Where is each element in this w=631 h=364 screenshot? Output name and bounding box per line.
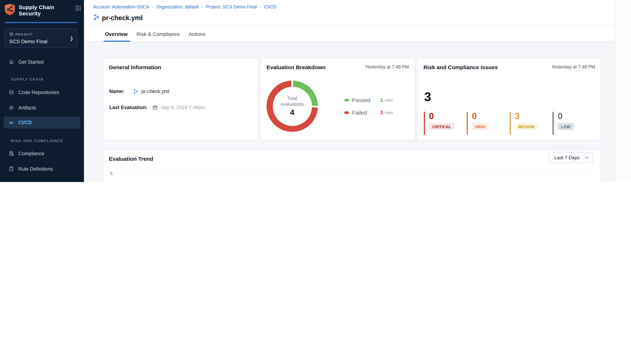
- donut-center-label: evaluations: [281, 102, 304, 107]
- date-range-select[interactable]: Last 7 Days: [549, 152, 593, 163]
- sidebar-item-rule-definitions[interactable]: Rule Definitions: [0, 164, 84, 174]
- high-count: 0: [472, 112, 489, 120]
- severity-breakdown: 0 CRITICAL 0 HIGH 3 MEDIUM 0 LOW: [424, 112, 597, 135]
- total-issues-count: 3: [424, 90, 431, 104]
- gridline: [117, 174, 594, 174]
- risk-compliance-issues-card: Risk and Compliance Issues Yesterday at …: [417, 58, 601, 140]
- severity-low: 0 LOW: [553, 112, 574, 135]
- project-selector-label: PROJECT: [16, 32, 33, 36]
- sidebar-section-risk-and-compliance: RISK AND COMPLIANCE: [11, 139, 63, 143]
- passed-legend-swatch: [344, 99, 349, 101]
- medium-badge: MEDIUM: [515, 123, 538, 130]
- page-title: pr-check.yml: [102, 14, 143, 22]
- breadcrumb-separator: ›: [260, 5, 261, 9]
- sidebar-item-label: Get Started: [18, 59, 44, 65]
- sidebar-item-label: Compliance: [18, 151, 45, 156]
- card-timestamp: Yesterday at 7:48 PM: [365, 64, 409, 70]
- high-badge: HIGH: [472, 123, 489, 130]
- last-evaluation-row: Last Evaluation: Sep 9, 2024 7:48pm: [109, 105, 205, 110]
- sidebar-item-cicd[interactable]: ∞ CI/CD: [4, 116, 80, 128]
- passed-rules-count: 1: [380, 97, 383, 103]
- infinity-cicd-icon: ∞: [9, 120, 14, 126]
- sidebar-item-label: Remediation Tracker: [18, 182, 64, 182]
- tab-actions[interactable]: Actions: [189, 26, 205, 42]
- project-selector-name: SCS Demo Final: [9, 38, 73, 44]
- sidebar-item-artifacts[interactable]: Artifacts: [0, 103, 84, 112]
- chevron-right-icon: ❯: [70, 36, 73, 41]
- donut-center-label: Total: [287, 96, 297, 102]
- sidebar-item-get-started[interactable]: Get Started: [0, 57, 84, 67]
- legend-row-failed: Failed 3 rules: [344, 109, 393, 116]
- compliance-doc-icon: [9, 150, 14, 156]
- name-value: pr-check.yml: [141, 88, 169, 94]
- evaluation-trend-card: Evaluation Trend Last 7 Days 5 0 Sep 03 …: [103, 150, 601, 182]
- artifacts-icon: [9, 105, 14, 110]
- pipeline-file-icon: [93, 14, 100, 22]
- name-row: Name: pr-check.yml: [109, 88, 169, 94]
- card-title: Evaluation Trend: [109, 156, 153, 162]
- home-icon: [9, 59, 14, 65]
- page-header: Account: Automation-SSCA › Organization:…: [84, 0, 614, 26]
- sidebar: Supply Chain Security PROJECT SCS Dem: [0, 0, 84, 182]
- app-window: Supply Chain Security PROJECT SCS Dem: [0, 0, 631, 182]
- sidebar-item-code-repositories[interactable]: Code Repositories: [0, 88, 84, 97]
- trend-line-chart: Sep 03 Sep 04 Sep 04 Sep 05 Sep 05 Sep 0…: [117, 174, 594, 182]
- date-range-value: Last 7 Days: [554, 155, 579, 160]
- sidebar-item-compliance[interactable]: Compliance: [0, 149, 84, 158]
- card-title: Risk and Compliance Issues: [424, 64, 498, 70]
- severity-high: 0 HIGH: [467, 112, 489, 135]
- right-panel-gutter: [614, 0, 631, 182]
- evaluation-breakdown-card: Evaluation Breakdown Yesterday at 7:48 P…: [260, 58, 415, 140]
- breadcrumb-separator: ›: [202, 5, 203, 9]
- tab-bar: Overview Risk & Compliance Actions: [84, 26, 614, 42]
- low-count: 0: [558, 112, 574, 120]
- tab-overview[interactable]: Overview: [105, 26, 128, 42]
- passed-legend-label: Passed: [352, 97, 380, 103]
- code-repository-icon: [9, 89, 14, 95]
- name-label: Name:: [109, 88, 124, 94]
- module-grid-icon[interactable]: [74, 4, 82, 12]
- project-selector[interactable]: PROJECT SCS Demo Final ❯: [5, 28, 77, 48]
- breadcrumb-separator: ›: [152, 5, 153, 9]
- tab-risk-compliance[interactable]: Risk & Compliance: [137, 26, 180, 42]
- breadcrumb-organization[interactable]: Organization: default: [156, 4, 199, 10]
- rules-suffix: rules: [385, 110, 393, 114]
- calendar-icon: [153, 105, 158, 110]
- low-badge: LOW: [558, 123, 574, 130]
- critical-badge: CRITICAL: [429, 123, 455, 130]
- chevron-down-icon: [585, 156, 589, 160]
- donut-center-value: 4: [290, 108, 294, 117]
- critical-count: 0: [429, 112, 455, 120]
- legend-row-passed: Passed 1 rules: [344, 96, 393, 104]
- sidebar-item-label: CI/CD: [18, 120, 32, 125]
- sidebar-item-remediation-tracker[interactable]: Remediation Tracker: [0, 180, 84, 182]
- card-timestamp: Yesterday at 7:48 PM: [551, 64, 595, 70]
- breadcrumb-cicd[interactable]: CI/CD: [264, 4, 276, 10]
- sidebar-accent-divider: [5, 22, 77, 23]
- sidebar-item-label: Artifacts: [18, 105, 36, 110]
- breadcrumb-account[interactable]: Account: Automation-SSCA: [93, 4, 149, 10]
- evaluations-donut-chart: Total evaluations 4: [267, 80, 318, 132]
- card-title: General Information: [109, 64, 161, 70]
- severity-critical: 0 CRITICAL: [424, 112, 455, 135]
- sidebar-section-supply-chain: SUPPLY CHAIN: [11, 77, 44, 81]
- severity-medium: 3 MEDIUM: [510, 112, 538, 135]
- general-information-card: General Information Name: pr-check.yml L…: [103, 58, 258, 140]
- pipeline-file-icon: [133, 89, 138, 94]
- main-content: Account: Automation-SSCA › Organization:…: [84, 0, 614, 182]
- breadcrumb-project[interactable]: Project: SCS Demo Final: [206, 4, 257, 10]
- clipboard-check-icon: [9, 166, 14, 172]
- app-name: Supply Chain Security: [19, 4, 54, 16]
- breadcrumb: Account: Automation-SSCA › Organization:…: [93, 4, 276, 10]
- y-axis-max-label: 5: [104, 172, 113, 176]
- rules-suffix: rules: [385, 98, 393, 102]
- last-evaluation-label: Last Evaluation:: [109, 105, 148, 110]
- sidebar-item-label: Code Repositories: [18, 90, 59, 95]
- app-logo: Supply Chain Security: [5, 3, 80, 17]
- cube-icon: [9, 32, 14, 37]
- failed-legend-label: Failed: [352, 109, 380, 116]
- failed-legend-swatch: [344, 111, 349, 114]
- failed-rules-count: 3: [380, 110, 383, 115]
- card-title: Evaluation Breakdown: [267, 64, 326, 70]
- sidebar-item-label: Rule Definitions: [18, 166, 53, 172]
